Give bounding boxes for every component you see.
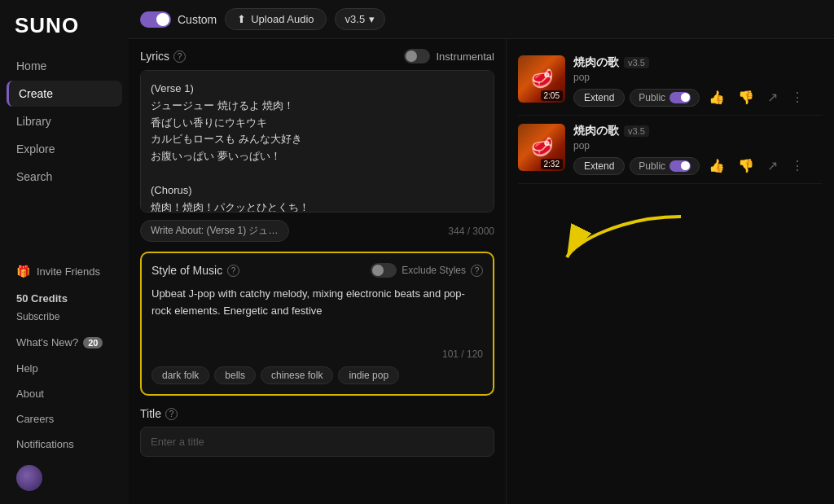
song-thumbnail-2[interactable]: 2:32 xyxy=(518,124,565,171)
credits-display: 50 Credits xyxy=(7,287,122,306)
custom-toggle[interactable] xyxy=(140,11,171,28)
title-input[interactable] xyxy=(140,427,494,457)
version-selector[interactable]: v3.5 ▾ xyxy=(335,8,386,30)
exclude-label: Exclude Styles xyxy=(402,265,466,276)
style-header: Style of Music ? Exclude Styles ? xyxy=(151,263,483,278)
main-content: Custom ⬆ Upload Audio v3.5 ▾ Lyrics ? In… xyxy=(129,0,834,504)
lyrics-label: Lyrics ? xyxy=(140,50,186,63)
song-title-2: 焼肉の歌 xyxy=(573,124,619,138)
lyrics-header: Lyrics ? Instrumental xyxy=(140,49,494,64)
style-tag-bells[interactable]: bells xyxy=(214,366,256,384)
right-panel: 2:05 焼肉の歌 v3.5 pop Extend Public 👍 xyxy=(507,39,834,504)
song-title-row-1: 焼肉の歌 v3.5 xyxy=(573,55,823,70)
lyrics-footer: Write About: (Verse 1) ジュ… 344 / 3000 xyxy=(140,220,494,242)
sidebar-item-explore[interactable]: Explore xyxy=(7,136,122,162)
sidebar: SUNO Home Create Library Explore Search … xyxy=(0,0,129,504)
pub-toggle-switch-1[interactable] xyxy=(669,92,691,103)
style-tag-indie-pop[interactable]: indie pop xyxy=(338,366,399,384)
sidebar-nav: Home Create Library Explore Search xyxy=(0,53,129,190)
avatar[interactable] xyxy=(16,465,42,491)
public-toggle-1[interactable]: Public xyxy=(630,89,700,107)
avatar-row xyxy=(7,458,122,494)
sidebar-item-search[interactable]: Search xyxy=(7,164,122,190)
style-help-icon[interactable]: ? xyxy=(227,265,239,277)
dislike-button-1[interactable]: 👎 xyxy=(734,88,758,107)
exclude-row: Exclude Styles ? xyxy=(371,263,483,278)
song-actions-2: Extend Public 👍 👎 ↗ ⋮ xyxy=(573,156,823,175)
like-button-2[interactable]: 👍 xyxy=(705,156,729,175)
custom-label: Custom xyxy=(178,13,217,26)
sidebar-item-about[interactable]: About xyxy=(7,383,122,405)
dislike-button-2[interactable]: 👎 xyxy=(734,156,758,175)
sidebar-item-help[interactable]: Help xyxy=(7,357,122,379)
left-panel: Lyrics ? Instrumental (Verse 1) ジュージュー 焼… xyxy=(129,39,507,504)
custom-toggle-group: Custom xyxy=(140,11,217,28)
create-panel: Lyrics ? Instrumental (Verse 1) ジュージュー 焼… xyxy=(129,39,834,504)
song-title-row-2: 焼肉の歌 v3.5 xyxy=(573,124,823,138)
public-label-2: Public xyxy=(639,160,665,172)
lyrics-char-count: 344 / 3000 xyxy=(448,226,494,237)
title-label: Title ? xyxy=(140,407,494,420)
share-button-1[interactable]: ↗ xyxy=(763,88,782,107)
instrumental-toggle[interactable] xyxy=(404,49,430,64)
song-genre-2: pop xyxy=(573,140,823,151)
extend-button-2[interactable]: Extend xyxy=(573,157,625,175)
more-options-button-1[interactable]: ⋮ xyxy=(787,88,808,107)
gift-icon: 🎁 xyxy=(16,265,30,278)
sidebar-item-create[interactable]: Create xyxy=(7,81,122,107)
style-char-count: 101 / 120 xyxy=(151,348,483,360)
song-card-2: 2:32 焼肉の歌 v3.5 pop Extend Public 👍 xyxy=(518,116,823,184)
lyrics-textarea[interactable]: (Verse 1) ジュージュー 焼けるよ 焼肉！ 香ばしい香りにウキウキ カル… xyxy=(140,70,494,213)
lyrics-help-icon[interactable]: ? xyxy=(173,50,186,63)
title-section: Title ? xyxy=(140,407,494,457)
style-tag-dark-folk[interactable]: dark folk xyxy=(151,366,209,384)
style-textarea[interactable]: Upbeat J-pop with catchy melody, mixing … xyxy=(151,286,483,343)
title-help-icon[interactable]: ? xyxy=(165,408,178,420)
song-thumbnail-1[interactable]: 2:05 xyxy=(518,55,565,103)
sidebar-item-notifications[interactable]: Notifications xyxy=(7,433,122,455)
sidebar-item-careers[interactable]: Careers xyxy=(7,408,122,430)
style-tags: dark folk bells chinese folk indie pop xyxy=(151,366,483,384)
subscribe-button[interactable]: Subscribe xyxy=(7,309,122,327)
app-logo: SUNO xyxy=(0,0,129,53)
song-duration-1: 2:05 xyxy=(541,90,563,101)
style-tag-chinese-folk[interactable]: chinese folk xyxy=(261,366,333,384)
exclude-help-icon[interactable]: ? xyxy=(471,265,483,277)
song-info-1: 焼肉の歌 v3.5 pop Extend Public 👍 👎 ↗ ⋮ xyxy=(573,55,823,107)
chevron-down-icon: ▾ xyxy=(369,13,375,25)
share-button-2[interactable]: ↗ xyxy=(763,156,782,175)
extend-button-1[interactable]: Extend xyxy=(573,89,625,107)
topbar: Custom ⬆ Upload Audio v3.5 ▾ xyxy=(129,0,834,39)
style-of-music-box: Style of Music ? Exclude Styles ? Upbeat… xyxy=(140,252,494,396)
song-version-2: v3.5 xyxy=(624,125,649,137)
song-version-1: v3.5 xyxy=(624,57,649,68)
song-duration-2: 2:32 xyxy=(541,159,563,169)
song-actions-1: Extend Public 👍 👎 ↗ ⋮ xyxy=(573,88,823,107)
write-about-button[interactable]: Write About: (Verse 1) ジュ… xyxy=(140,220,289,242)
whats-new-button[interactable]: What's New? 20 xyxy=(7,331,122,354)
upload-icon: ⬆ xyxy=(237,13,246,25)
public-label-1: Public xyxy=(639,92,665,103)
sidebar-bottom: 🎁 Invite Friends 50 Credits Subscribe Wh… xyxy=(0,252,129,504)
instrumental-row: Instrumental xyxy=(404,49,494,64)
song-info-2: 焼肉の歌 v3.5 pop Extend Public 👍 👎 ↗ ⋮ xyxy=(573,124,823,175)
like-button-1[interactable]: 👍 xyxy=(705,88,729,107)
invite-friends-button[interactable]: 🎁 Invite Friends xyxy=(7,258,122,284)
pub-toggle-switch-2[interactable] xyxy=(669,160,691,172)
annotation-arrow xyxy=(559,200,722,274)
sidebar-item-home[interactable]: Home xyxy=(7,53,122,79)
instrumental-label: Instrumental xyxy=(436,50,494,63)
more-options-button-2[interactable]: ⋮ xyxy=(787,156,808,175)
song-genre-1: pop xyxy=(573,72,823,83)
sidebar-item-library[interactable]: Library xyxy=(7,108,122,134)
style-label: Style of Music ? xyxy=(151,264,239,277)
public-toggle-2[interactable]: Public xyxy=(630,157,700,175)
upload-audio-button[interactable]: ⬆ Upload Audio xyxy=(225,8,326,30)
whats-new-badge: 20 xyxy=(83,337,103,348)
exclude-styles-toggle[interactable] xyxy=(371,263,397,278)
song-title-1: 焼肉の歌 xyxy=(573,55,619,70)
song-card-1: 2:05 焼肉の歌 v3.5 pop Extend Public 👍 xyxy=(518,47,823,116)
